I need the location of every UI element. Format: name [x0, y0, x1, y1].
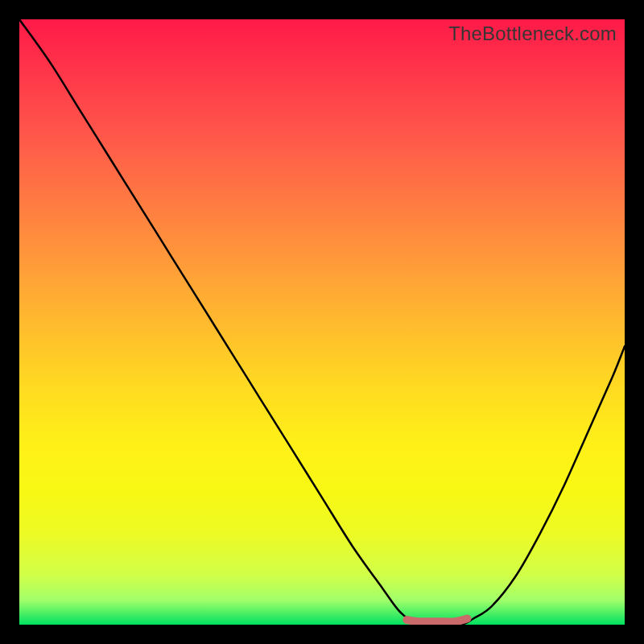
chart-container: TheBottleneck.com: [0, 0, 644, 644]
bottleneck-curve: [19, 19, 625, 625]
bottom-marker: [407, 619, 467, 622]
plot-area: TheBottleneck.com: [19, 19, 625, 625]
chart-svg: [19, 19, 625, 625]
